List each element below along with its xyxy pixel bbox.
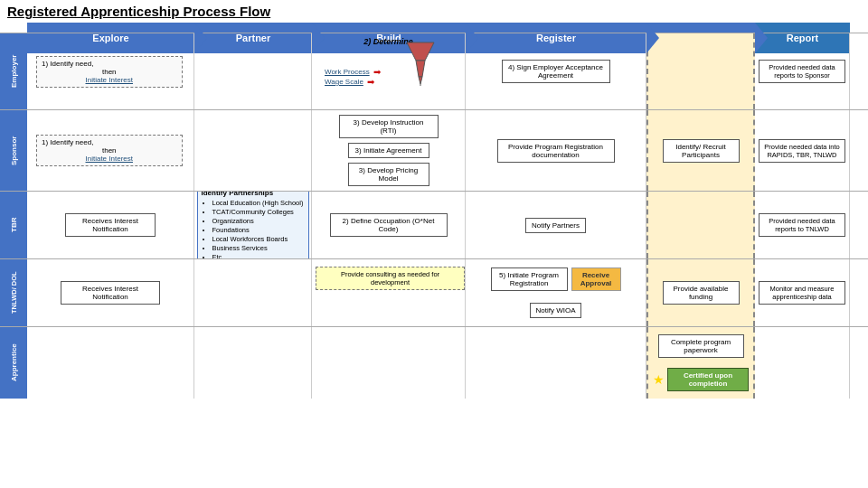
employer-identify-box: 1) Identify need, then Initiate Interest xyxy=(36,56,183,88)
provide-funding-box: Provide available funding xyxy=(663,281,740,305)
partnership-item: Foundations xyxy=(212,226,305,234)
tbr-content: Receives Interest Notification Identify … xyxy=(27,192,868,258)
employer-partner xyxy=(194,33,312,109)
tnlwd-partner xyxy=(194,259,312,326)
tbr-explore: Receives Interest Notification xyxy=(27,192,194,258)
employer-report-box: Provided needed data reports to Sponsor xyxy=(759,60,845,83)
partnership-item: Local Workforces Boards xyxy=(212,235,305,243)
apprentice-launch: Complete program paperwork ★ Certified u… xyxy=(646,327,755,399)
star-icon: ★ xyxy=(653,372,665,387)
tbr-register: Notify Partners xyxy=(466,192,646,258)
tbr-report-box: Provided needed data reports to TNLWD xyxy=(759,213,845,237)
employer-register: 4) Sign Employer Acceptance Agreement xyxy=(466,33,646,109)
tbr-launch xyxy=(646,192,755,258)
tnlwd-register: 5) Initiate Program Registration Receive… xyxy=(466,259,646,326)
tbr-receives-box: Receives Interest Notification xyxy=(65,213,156,237)
apprentice-partner xyxy=(194,327,312,399)
tnlwd-receives-box: Receives Interest Notification xyxy=(61,281,160,305)
identify-participants-box: Identify/ Recruit Participants xyxy=(663,139,740,163)
tnlwd-launch: Provide available funding xyxy=(646,259,755,326)
initiate-program-box: 5) Initiate Program Registration xyxy=(491,267,568,291)
define-occupation-box: 2) Define Occupation (O*Net Code) xyxy=(330,213,448,237)
complete-program-box: Complete program paperwork xyxy=(658,334,744,358)
tnlwd-report-box: Monitor and measure apprenticeship data xyxy=(759,281,845,305)
consulting-box: Provide consulting as needed for develop… xyxy=(316,267,465,290)
partnership-item: Business Services xyxy=(212,244,305,252)
sponsor-build: 3) Develop Instruction (RTI) 3) Initiate… xyxy=(312,110,466,191)
apprentice-explore xyxy=(27,327,194,399)
tbr-build: 2) Define Occupation (O*Net Code) xyxy=(312,192,466,258)
svg-marker-0 xyxy=(407,42,434,61)
label-apprentice: Apprentice xyxy=(0,327,27,399)
sponsor-report: Provide needed data into RAPIDS, TBR, TN… xyxy=(755,110,850,191)
sponsor-report-box: Provide needed data into RAPIDS, TBR, TN… xyxy=(759,139,845,163)
develop-pricing-box: 3) Develop Pricing Model xyxy=(348,163,429,186)
tnlwd-content: Receives Interest Notification Provide c… xyxy=(27,259,868,326)
funnel-icon xyxy=(403,41,438,86)
tnlwd-build: Provide consulting as needed for develop… xyxy=(312,259,466,326)
svg-marker-1 xyxy=(416,61,425,77)
page-title: Registered Apprenticeship Process Flow xyxy=(0,0,868,23)
label-tbr: TBR xyxy=(0,192,27,258)
certified-box: Certified upon completion xyxy=(667,368,749,391)
sponsor-launch: Identify/ Recruit Participants xyxy=(646,110,755,191)
initiate-agreement-box: 3) Initiate Agreement xyxy=(348,143,429,158)
row-apprentice: Apprentice Complete program paperwork ★ xyxy=(0,326,868,399)
notify-wioa-box: Notify WIOA xyxy=(530,303,580,318)
employer-report: Provided needed data reports to Sponsor xyxy=(755,33,850,109)
row-employer: Employer 1) Identify need, then Initiate… xyxy=(0,33,868,109)
row-sponsor: Sponsor 1) Identify need, then Initiate … xyxy=(0,109,868,191)
tbr-partner: Identify Partnerships Local Education (H… xyxy=(194,192,312,258)
row-tbr: TBR Receives Interest Notification Ident… xyxy=(0,191,868,258)
employer-register-box: 4) Sign Employer Acceptance Agreement xyxy=(502,60,610,83)
svg-marker-2 xyxy=(419,77,422,84)
receive-approval-box: Receive Approval xyxy=(571,267,621,291)
row-tnlwd: TNLWD/ DOL Receives Interest Notificatio… xyxy=(0,258,868,326)
sponsor-identify-box: 1) Identify need, then Initiate Interest xyxy=(36,135,183,166)
label-sponsor: Sponsor xyxy=(0,110,27,191)
partnership-item: Local Education (High School) xyxy=(212,199,305,207)
employer-content: 1) Identify need, then Initiate Interest… xyxy=(27,33,868,109)
tnlwd-explore: Receives Interest Notification xyxy=(27,259,194,326)
sponsor-partner xyxy=(194,110,312,191)
provide-program-box: Provide Program Registration documentati… xyxy=(497,139,615,163)
employer-build: 2) Determine Work Process ➡ Wage Scale ➡ xyxy=(312,33,466,109)
sponsor-register: Provide Program Registration documentati… xyxy=(466,110,646,191)
apprentice-register xyxy=(466,327,646,399)
partnerships-box: Identify Partnerships Local Education (H… xyxy=(197,192,309,258)
sponsor-explore: 1) Identify need, then Initiate Interest xyxy=(27,110,194,191)
label-employer: Employer xyxy=(0,33,27,109)
apprentice-report xyxy=(755,327,850,399)
employer-launch xyxy=(646,33,755,109)
partnerships-list: Local Education (High School) TCAT/Commu… xyxy=(202,199,305,259)
tbr-report: Provided needed data reports to TNLWD xyxy=(755,192,850,258)
partnership-item: Organizations xyxy=(212,217,305,225)
partnership-item: TCAT/Community Colleges xyxy=(212,208,305,216)
content-area: Employer 1) Identify need, then Initiate… xyxy=(0,33,868,488)
apprentice-content: Complete program paperwork ★ Certified u… xyxy=(27,327,868,399)
notify-partners-box: Notify Partners xyxy=(525,218,586,233)
tnlwd-report: Monitor and measure apprenticeship data xyxy=(755,259,850,326)
develop-rti-box: 3) Develop Instruction (RTI) xyxy=(339,115,439,138)
apprentice-build xyxy=(312,327,466,399)
page: Registered Apprenticeship Process Flow E… xyxy=(0,0,868,488)
sponsor-content: 1) Identify need, then Initiate Interest… xyxy=(27,110,868,191)
label-tnlwd: TNLWD/ DOL xyxy=(0,259,27,326)
employer-explore: 1) Identify need, then Initiate Interest xyxy=(27,33,194,109)
